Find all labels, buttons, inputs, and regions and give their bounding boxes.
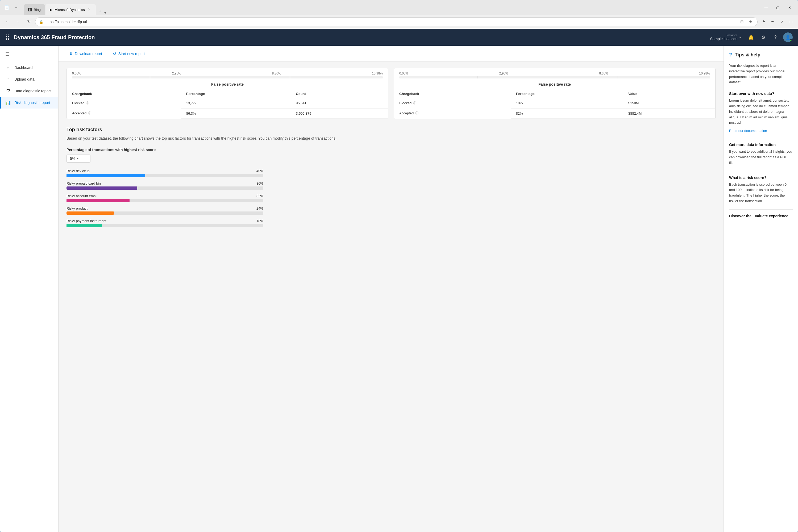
card-1-title: False positive rate bbox=[67, 81, 388, 90]
col-percentage-2: Percentage bbox=[511, 90, 623, 98]
bar-fill-0 bbox=[66, 174, 145, 177]
percentage-dropdown[interactable]: 5% ▾ bbox=[66, 155, 91, 163]
info-icon-2[interactable]: ⓘ bbox=[88, 111, 91, 115]
tips-link[interactable]: Read our documentation bbox=[729, 129, 793, 133]
bell-icon[interactable]: 🔔 bbox=[746, 33, 756, 42]
new-tab-button[interactable]: + bbox=[96, 7, 104, 15]
minimize-button[interactable]: — bbox=[761, 3, 772, 12]
refresh-button[interactable]: ↻ bbox=[24, 18, 33, 26]
sidebar-item-upload-label: Upload data bbox=[14, 77, 35, 81]
col-chargeback-2: Chargeback bbox=[394, 90, 511, 98]
tips-divider-1 bbox=[729, 171, 793, 171]
start-new-report-button[interactable]: ↺ Start new report bbox=[110, 50, 148, 58]
tips-section-2-body: Each transaction is scored between 0 and… bbox=[729, 182, 793, 204]
help-icon[interactable]: ? bbox=[771, 33, 780, 42]
extension-icon-2[interactable]: ✒ bbox=[769, 18, 777, 26]
sidebar-item-data-diagnostic[interactable]: 🛡 Data diagnostic report bbox=[0, 85, 58, 97]
download-report-label: Download report bbox=[75, 52, 102, 56]
bing-tab-label: Bing bbox=[34, 8, 41, 12]
tab-close-icon[interactable]: ✕ bbox=[87, 7, 92, 12]
tips-header: ? Tips & help bbox=[729, 52, 793, 58]
dashboard-icon: ⌂ bbox=[5, 65, 11, 70]
row-1-pct: 13,7% bbox=[181, 98, 291, 109]
dynamics-tab-icon: ▶ bbox=[50, 8, 52, 12]
sidebar-item-upload[interactable]: ↑ Upload data bbox=[0, 73, 58, 85]
bar-label-2: Risky account email bbox=[66, 194, 97, 198]
extension-icon-1[interactable]: ⚑ bbox=[760, 18, 768, 26]
instance-selector[interactable]: Instance Sample instance ▾ bbox=[710, 34, 741, 41]
bar-row-1: Risky prepaid card bin 36% bbox=[66, 182, 263, 190]
scale-label-1-1: 2,96% bbox=[172, 72, 181, 75]
row-2-pct-2: 82% bbox=[511, 108, 623, 118]
bar-track-2 bbox=[66, 199, 263, 202]
address-bar[interactable]: 🔒 https://placeholder.dfp.url ⊞ ★ bbox=[35, 17, 758, 26]
maximize-button[interactable]: ▢ bbox=[773, 3, 783, 12]
page-content: 0.00% 2,96% 8.30% 10.98% False posit bbox=[58, 62, 723, 532]
info-icon-4[interactable]: ⓘ bbox=[415, 111, 418, 115]
bar-pct-1: 36% bbox=[256, 182, 263, 185]
sidebar-item-data-diagnostic-label: Data diagnostic report bbox=[14, 89, 51, 93]
upload-icon: ↑ bbox=[5, 77, 11, 82]
bar-track-0 bbox=[66, 174, 263, 177]
info-icon-3[interactable]: ⓘ bbox=[413, 101, 416, 105]
bar-row-2: Risky account email 32% bbox=[66, 194, 263, 202]
row-2-pct: 86,3% bbox=[181, 108, 291, 118]
back-button[interactable]: ← bbox=[3, 18, 12, 26]
percentage-label: Percentage of transactions with highest … bbox=[66, 148, 716, 152]
bar-track-4 bbox=[66, 224, 263, 227]
row-2-label: Accepted ⓘ bbox=[67, 108, 181, 118]
back-history-icon[interactable]: ← bbox=[12, 4, 20, 11]
bar-row-4: Risky payment instrument 18% bbox=[66, 219, 263, 227]
waffle-icon[interactable]: ⣿ bbox=[5, 34, 10, 41]
sidebar-item-risk-diagnostic[interactable]: 📊 Risk diagnostic report bbox=[0, 97, 58, 109]
sidebar-menu-button[interactable]: ☰ bbox=[2, 49, 13, 60]
app-area: ⣿ Dynamics 365 Fraud Protection Instance… bbox=[0, 29, 798, 532]
bar-track-3 bbox=[66, 211, 263, 215]
page-icon[interactable]: 📄 bbox=[3, 4, 11, 11]
instance-text: Instance Sample instance bbox=[710, 34, 738, 41]
forward-button[interactable]: → bbox=[14, 18, 22, 26]
download-report-button[interactable]: ⬇ Download report bbox=[66, 50, 105, 58]
dropdown-arrow-icon: ▾ bbox=[77, 156, 79, 160]
col-percentage-1: Percentage bbox=[181, 90, 291, 98]
scale-label-2-0: 0.00% bbox=[399, 72, 408, 75]
avatar[interactable]: 👤 bbox=[783, 33, 793, 42]
tab-dropdown-button[interactable]: ▾ bbox=[104, 11, 106, 15]
dynamics-tab-label: Microsoft Dynamics bbox=[55, 8, 84, 12]
row-2-label-2: Accepted ⓘ bbox=[394, 108, 511, 118]
topnav-icon-group: 🔔 ⚙ ? 👤 bbox=[746, 33, 793, 42]
top-navigation: ⣿ Dynamics 365 Fraud Protection Instance… bbox=[0, 29, 798, 46]
address-url-text: https://placeholder.dfp.url bbox=[45, 20, 737, 24]
row-1-count: 95,641 bbox=[290, 98, 388, 109]
share-icon[interactable]: ↗ bbox=[778, 18, 786, 26]
close-button[interactable]: ✕ bbox=[784, 3, 795, 12]
info-icon-1[interactable]: ⓘ bbox=[86, 101, 89, 105]
tips-question-icon: ? bbox=[729, 52, 732, 58]
bar-fill-3 bbox=[66, 211, 114, 215]
tips-section-0: Start over with new data? Lorem ipsum do… bbox=[729, 92, 793, 133]
bar-row-0: Risky device ip 40% bbox=[66, 169, 263, 177]
settings-icon[interactable]: ⚙ bbox=[759, 33, 768, 42]
col-count-1: Count bbox=[290, 90, 388, 98]
more-icon[interactable]: ⋯ bbox=[787, 18, 795, 26]
instance-name: Sample instance bbox=[710, 37, 738, 41]
lock-icon: 🔒 bbox=[39, 20, 43, 24]
col-value-2: Value bbox=[623, 90, 715, 98]
table-row: Accepted ⓘ 82% $882.4M bbox=[394, 108, 715, 118]
reader-icon[interactable]: ⊞ bbox=[739, 19, 745, 25]
browser-titlebar-icons: 📄 ← bbox=[3, 4, 20, 11]
tips-section-3-title: Discover the Evaluate experience bbox=[729, 214, 793, 218]
bar-row-3: Risky product 24% bbox=[66, 206, 263, 215]
main-layout: ☰ ⌂ Dashboard ↑ Upload data 🛡 Data diagn… bbox=[0, 46, 798, 532]
favorites-icon[interactable]: ★ bbox=[747, 19, 754, 25]
sidebar-item-dashboard[interactable]: ⌂ Dashboard bbox=[0, 62, 58, 73]
tips-section-3: Discover the Evaluate experience bbox=[729, 214, 793, 218]
online-status-indicator bbox=[790, 39, 793, 42]
tips-section-1-title: Get more data information bbox=[729, 142, 793, 147]
tab-bing[interactable]: 🅱 Bing bbox=[24, 4, 45, 15]
tab-microsoft-dynamics[interactable]: ▶ Microsoft Dynamics ✕ bbox=[45, 4, 96, 15]
bar-fill-4 bbox=[66, 224, 102, 227]
scale-label-1-2: 8.30% bbox=[272, 72, 281, 75]
tips-section-1: Get more data information If you want to… bbox=[729, 142, 793, 166]
sidebar-item-risk-diagnostic-label: Risk diagnostic report bbox=[14, 100, 50, 105]
